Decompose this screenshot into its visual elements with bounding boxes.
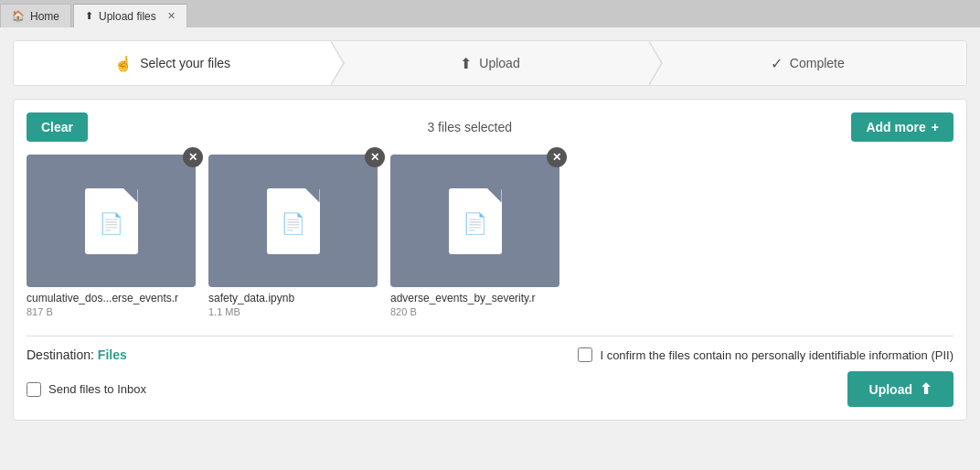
tab-bar: 🏠 Home ⬆ Upload files ✕ [0, 0, 980, 27]
file-remove-2[interactable]: ✕ [365, 147, 385, 167]
toolbar: Clear 3 files selected Add more + [27, 112, 953, 142]
file-name-3: adverse_events_by_severity.r [390, 292, 559, 304]
add-more-icon: + [932, 120, 939, 134]
tab-upload-files-label: Upload files [99, 10, 156, 23]
bottom-section: Destination: Files I confirm the files c… [27, 336, 953, 362]
file-doc-icon-2: 📄 [267, 188, 320, 254]
file-doc-symbol-1: 📄 [99, 212, 123, 236]
file-card-2: 📄 ✕ safety_data.ipynb 1.1 MB [208, 155, 378, 317]
upload-tab-icon: ⬆ [85, 10, 93, 22]
step-upload-label: Upload [479, 56, 519, 70]
tab-close-icon[interactable]: ✕ [167, 10, 176, 22]
send-inbox-checkbox[interactable] [27, 382, 41, 397]
step-complete: ✓ Complete [649, 41, 966, 85]
file-thumb-1: 📄 [27, 155, 196, 287]
file-doc-symbol-3: 📄 [463, 212, 487, 236]
file-size-1: 817 B [27, 306, 196, 317]
destination-link[interactable]: Files [98, 347, 127, 362]
main-content: ☝ Select your files ⬆ Upload ✓ Complete … [0, 27, 980, 470]
step-select-label: Select your files [140, 56, 230, 70]
step-complete-icon: ✓ [771, 55, 783, 72]
destination: Destination: Files [27, 347, 127, 362]
home-icon: 🏠 [12, 10, 25, 22]
file-card-1: 📄 ✕ cumulative_dos...erse_events.r 817 B [27, 155, 196, 317]
send-inbox-label: Send files to Inbox [48, 382, 146, 396]
upload-arrow-icon: ⬆ [920, 380, 932, 398]
files-selected-text: 3 files selected [427, 120, 512, 134]
file-name-2: safety_data.ipynb [208, 292, 378, 304]
file-doc-icon-1: 📄 [85, 188, 138, 254]
file-remove-1[interactable]: ✕ [183, 147, 203, 167]
destination-label: Destination: [27, 347, 94, 362]
file-doc-icon-3: 📄 [449, 188, 502, 254]
pii-label: I confirm the files contain no personall… [600, 348, 953, 362]
file-remove-3[interactable]: ✕ [547, 147, 567, 167]
content-card: Clear 3 files selected Add more + 📄 ✕ cu… [13, 99, 967, 421]
step-select-icon: ☝ [114, 55, 133, 72]
step-complete-label: Complete [790, 56, 845, 70]
pii-checkbox[interactable] [578, 347, 592, 362]
add-more-label: Add more [866, 120, 925, 134]
file-thumb-3: 📄 [390, 155, 559, 287]
file-doc-symbol-2: 📄 [281, 212, 305, 236]
file-name-1: cumulative_dos...erse_events.r [27, 292, 196, 304]
file-size-3: 820 B [390, 306, 559, 317]
step-select: ☝ Select your files [14, 41, 331, 85]
bottom-actions: Send files to Inbox Upload ⬆ [27, 371, 953, 407]
file-card-3: 📄 ✕ adverse_events_by_severity.r 820 B [390, 155, 559, 317]
step-upload: ⬆ Upload [331, 41, 648, 85]
tab-home-label: Home [30, 10, 59, 23]
file-thumb-2: 📄 [208, 155, 378, 287]
file-size-2: 1.1 MB [208, 306, 378, 317]
file-grid: 📄 ✕ cumulative_dos...erse_events.r 817 B… [27, 155, 953, 317]
stepper: ☝ Select your files ⬆ Upload ✓ Complete [13, 40, 967, 86]
send-inbox[interactable]: Send files to Inbox [27, 382, 146, 397]
tab-upload-files[interactable]: ⬆ Upload files ✕ [73, 4, 187, 27]
step-upload-icon: ⬆ [460, 55, 472, 72]
tab-home[interactable]: 🏠 Home [0, 4, 71, 27]
upload-button[interactable]: Upload ⬆ [847, 371, 953, 407]
upload-button-label: Upload [869, 382, 912, 397]
pii-confirm[interactable]: I confirm the files contain no personall… [578, 347, 953, 362]
clear-button[interactable]: Clear [27, 112, 88, 142]
add-more-button[interactable]: Add more + [851, 112, 953, 142]
